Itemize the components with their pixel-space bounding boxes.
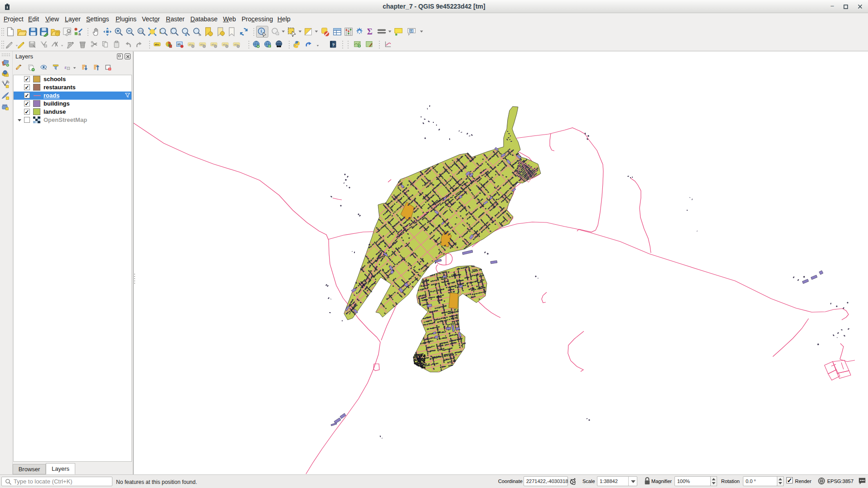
svg-text:ab: ab	[177, 43, 181, 46]
svg-text:R: R	[268, 45, 270, 48]
svg-text:abc: abc	[155, 43, 159, 46]
svg-text:a: a	[78, 32, 81, 36]
svg-text:T: T	[410, 29, 412, 33]
svg-text:Σ: Σ	[367, 27, 373, 36]
svg-text:?: ?	[332, 43, 335, 47]
svg-text:ε: ε	[64, 65, 67, 70]
svg-text:1:1: 1:1	[139, 29, 143, 33]
svg-text:i: i	[261, 29, 262, 34]
